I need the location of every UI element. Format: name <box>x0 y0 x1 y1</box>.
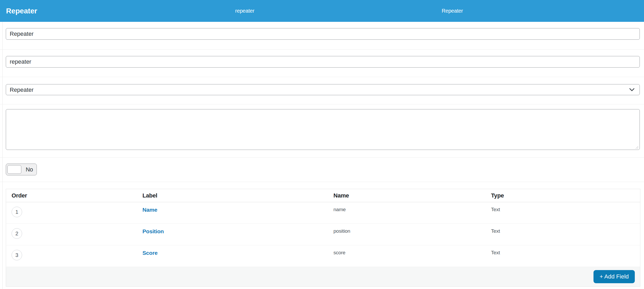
panel-header: Repeater repeater Repeater <box>0 0 644 22</box>
field-label-link[interactable]: Name <box>143 207 157 213</box>
column-header-order: Order <box>6 189 137 202</box>
row-divider <box>0 104 644 104</box>
order-badge[interactable]: 2 <box>12 228 22 239</box>
field-type-cell: Text <box>486 245 640 267</box>
field-type-cell: Text <box>486 202 640 224</box>
field-name-cell: score <box>328 245 486 267</box>
fields-table: Order Label Name Type 1 Name name Text 2 <box>6 189 640 287</box>
column-header-label: Label <box>137 189 328 202</box>
order-number: 1 <box>16 209 18 215</box>
table-row: 1 Name name Text <box>6 202 640 224</box>
fields-table-header-row: Order Label Name Type <box>6 189 640 202</box>
description-textarea[interactable] <box>6 109 640 150</box>
toggle-state-label: No <box>22 166 37 173</box>
type-select[interactable]: Repeater <box>6 84 640 95</box>
fields-table-footer-row: + Add Field <box>6 267 640 287</box>
field-type-cell: Text <box>486 224 640 245</box>
table-row: 3 Score score Text <box>6 245 640 267</box>
order-number: 2 <box>16 231 18 237</box>
column-header-type: Type <box>486 189 640 202</box>
field-group-name: repeater <box>235 0 254 22</box>
order-badge[interactable]: 3 <box>12 250 22 260</box>
order-number: 3 <box>16 252 18 258</box>
row-divider <box>0 157 644 158</box>
field-group-title: Repeater <box>6 0 37 22</box>
field-group-type: Repeater <box>442 0 463 22</box>
field-name-cell: position <box>328 224 486 245</box>
content-left-border <box>2 22 3 289</box>
table-row: 2 Position position Text <box>6 224 640 245</box>
add-field-button[interactable]: + Add Field <box>593 270 635 283</box>
row-divider <box>0 182 644 182</box>
toggle-knob[interactable] <box>7 165 21 174</box>
description-textarea-wrap <box>6 109 640 150</box>
name-input[interactable] <box>6 56 640 68</box>
type-select-wrap: Repeater <box>6 84 640 95</box>
field-name-cell: name <box>328 202 486 224</box>
column-header-name: Name <box>328 189 486 202</box>
order-badge[interactable]: 1 <box>12 207 22 217</box>
field-label-link[interactable]: Score <box>143 250 158 256</box>
row-divider <box>0 77 644 77</box>
toggle-switch[interactable]: No <box>6 164 37 175</box>
row-divider <box>0 49 644 50</box>
label-input[interactable] <box>6 28 640 40</box>
field-label-link[interactable]: Position <box>143 228 164 234</box>
